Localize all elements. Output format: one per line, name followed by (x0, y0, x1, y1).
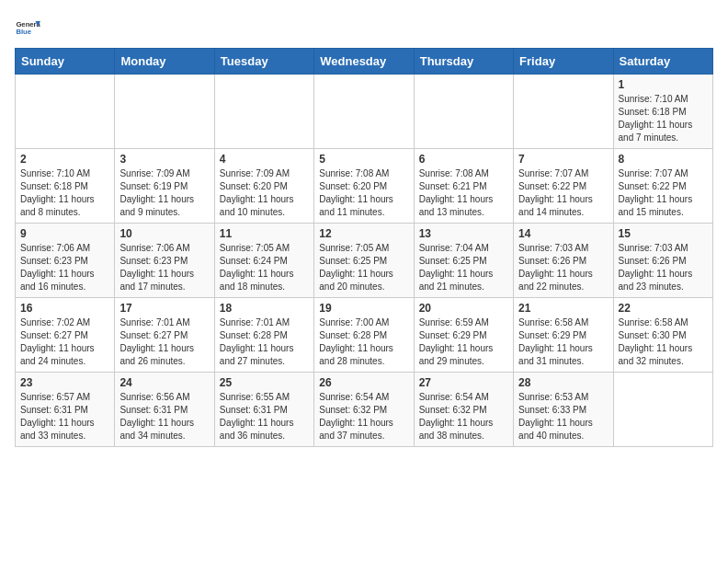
logo-icon: General Blue (15, 15, 40, 40)
day-info: Sunrise: 6:53 AM Sunset: 6:33 PM Dayligh… (518, 391, 608, 442)
calendar-cell: 14Sunrise: 7:03 AM Sunset: 6:26 PM Dayli… (514, 224, 613, 298)
calendar-cell: 24Sunrise: 6:56 AM Sunset: 6:31 PM Dayli… (115, 373, 214, 447)
calendar-cell: 7Sunrise: 7:07 AM Sunset: 6:22 PM Daylig… (514, 149, 613, 224)
calendar-week-2: 9Sunrise: 7:06 AM Sunset: 6:23 PM Daylig… (16, 224, 713, 298)
calendar-cell: 8Sunrise: 7:07 AM Sunset: 6:22 PM Daylig… (613, 149, 712, 224)
calendar-cell (115, 75, 214, 149)
day-info: Sunrise: 7:04 AM Sunset: 6:25 PM Dayligh… (419, 242, 508, 293)
calendar-week-4: 23Sunrise: 6:57 AM Sunset: 6:31 PM Dayli… (16, 373, 713, 447)
day-info: Sunrise: 7:06 AM Sunset: 6:23 PM Dayligh… (119, 242, 209, 293)
calendar-week-3: 16Sunrise: 7:02 AM Sunset: 6:27 PM Dayli… (16, 298, 713, 373)
calendar-cell: 16Sunrise: 7:02 AM Sunset: 6:27 PM Dayli… (16, 298, 115, 373)
calendar-cell (613, 373, 712, 447)
day-number: 6 (419, 153, 508, 166)
day-number: 8 (619, 153, 708, 166)
day-number: 28 (518, 376, 608, 389)
day-info: Sunrise: 7:00 AM Sunset: 6:28 PM Dayligh… (319, 316, 408, 368)
day-info: Sunrise: 7:10 AM Sunset: 6:18 PM Dayligh… (20, 167, 109, 219)
day-info: Sunrise: 7:02 AM Sunset: 6:27 PM Dayligh… (20, 316, 109, 368)
calendar-cell (314, 75, 414, 149)
calendar-cell: 5Sunrise: 7:08 AM Sunset: 6:20 PM Daylig… (314, 149, 414, 224)
calendar-week-0: 1Sunrise: 7:10 AM Sunset: 6:18 PM Daylig… (16, 75, 713, 149)
calendar-cell: 23Sunrise: 6:57 AM Sunset: 6:31 PM Dayli… (16, 373, 115, 447)
day-number: 24 (119, 376, 209, 389)
day-info: Sunrise: 7:06 AM Sunset: 6:23 PM Dayligh… (20, 242, 109, 293)
day-number: 16 (20, 302, 109, 315)
day-info: Sunrise: 7:08 AM Sunset: 6:21 PM Dayligh… (419, 167, 508, 219)
calendar-cell: 3Sunrise: 7:09 AM Sunset: 6:19 PM Daylig… (115, 149, 214, 224)
day-info: Sunrise: 7:05 AM Sunset: 6:24 PM Dayligh… (220, 242, 309, 293)
calendar-cell (16, 75, 115, 149)
day-info: Sunrise: 6:56 AM Sunset: 6:31 PM Dayligh… (119, 391, 209, 442)
calendar-cell: 18Sunrise: 7:01 AM Sunset: 6:28 PM Dayli… (214, 298, 313, 373)
col-header-thursday: Thursday (414, 49, 513, 75)
calendar-cell: 12Sunrise: 7:05 AM Sunset: 6:25 PM Dayli… (314, 224, 414, 298)
page-header: General Blue (15, 15, 713, 40)
day-number: 22 (619, 302, 708, 315)
calendar-cell (514, 75, 613, 149)
day-number: 10 (119, 227, 209, 240)
day-info: Sunrise: 6:57 AM Sunset: 6:31 PM Dayligh… (20, 391, 109, 442)
day-info: Sunrise: 7:09 AM Sunset: 6:19 PM Dayligh… (119, 167, 209, 219)
logo: General Blue (15, 15, 40, 40)
calendar-cell: 13Sunrise: 7:04 AM Sunset: 6:25 PM Dayli… (414, 224, 513, 298)
calendar-cell: 4Sunrise: 7:09 AM Sunset: 6:20 PM Daylig… (214, 149, 313, 224)
day-info: Sunrise: 7:09 AM Sunset: 6:20 PM Dayligh… (220, 167, 309, 219)
calendar-cell: 9Sunrise: 7:06 AM Sunset: 6:23 PM Daylig… (16, 224, 115, 298)
day-number: 11 (220, 227, 309, 240)
calendar-cell: 27Sunrise: 6:54 AM Sunset: 6:32 PM Dayli… (414, 373, 513, 447)
day-info: Sunrise: 7:07 AM Sunset: 6:22 PM Dayligh… (619, 167, 708, 219)
day-number: 19 (319, 302, 408, 315)
calendar-week-1: 2Sunrise: 7:10 AM Sunset: 6:18 PM Daylig… (16, 149, 713, 224)
calendar-cell: 17Sunrise: 7:01 AM Sunset: 6:27 PM Dayli… (115, 298, 214, 373)
col-header-tuesday: Tuesday (214, 49, 313, 75)
day-number: 20 (419, 302, 508, 315)
calendar-cell: 26Sunrise: 6:54 AM Sunset: 6:32 PM Dayli… (314, 373, 414, 447)
day-info: Sunrise: 6:59 AM Sunset: 6:29 PM Dayligh… (419, 316, 508, 368)
day-number: 17 (119, 302, 209, 315)
day-number: 1 (619, 78, 708, 91)
col-header-friday: Friday (514, 49, 613, 75)
day-number: 9 (20, 227, 109, 240)
calendar-cell (214, 75, 313, 149)
day-info: Sunrise: 7:03 AM Sunset: 6:26 PM Dayligh… (619, 242, 708, 293)
calendar-cell: 1Sunrise: 7:10 AM Sunset: 6:18 PM Daylig… (613, 75, 712, 149)
day-info: Sunrise: 7:05 AM Sunset: 6:25 PM Dayligh… (319, 242, 408, 293)
day-number: 14 (518, 227, 608, 240)
calendar-cell: 28Sunrise: 6:53 AM Sunset: 6:33 PM Dayli… (514, 373, 613, 447)
calendar-cell: 6Sunrise: 7:08 AM Sunset: 6:21 PM Daylig… (414, 149, 513, 224)
day-info: Sunrise: 7:08 AM Sunset: 6:20 PM Dayligh… (319, 167, 408, 219)
day-info: Sunrise: 6:55 AM Sunset: 6:31 PM Dayligh… (220, 391, 309, 442)
day-number: 27 (419, 376, 508, 389)
day-info: Sunrise: 6:54 AM Sunset: 6:32 PM Dayligh… (319, 391, 408, 442)
calendar-cell: 21Sunrise: 6:58 AM Sunset: 6:29 PM Dayli… (514, 298, 613, 373)
col-header-sunday: Sunday (16, 49, 115, 75)
day-number: 23 (20, 376, 109, 389)
day-number: 3 (119, 153, 209, 166)
calendar-cell: 2Sunrise: 7:10 AM Sunset: 6:18 PM Daylig… (16, 149, 115, 224)
calendar-cell: 22Sunrise: 6:58 AM Sunset: 6:30 PM Dayli… (613, 298, 712, 373)
svg-text:Blue: Blue (16, 28, 31, 36)
day-number: 21 (518, 302, 608, 315)
calendar-cell: 20Sunrise: 6:59 AM Sunset: 6:29 PM Dayli… (414, 298, 513, 373)
day-info: Sunrise: 6:54 AM Sunset: 6:32 PM Dayligh… (419, 391, 508, 442)
day-number: 12 (319, 227, 408, 240)
day-number: 5 (319, 153, 408, 166)
col-header-monday: Monday (115, 49, 214, 75)
calendar-cell: 25Sunrise: 6:55 AM Sunset: 6:31 PM Dayli… (214, 373, 313, 447)
day-info: Sunrise: 7:01 AM Sunset: 6:28 PM Dayligh… (220, 316, 309, 368)
day-number: 7 (518, 153, 608, 166)
col-header-saturday: Saturday (613, 49, 712, 75)
calendar-cell (414, 75, 513, 149)
calendar-table: SundayMondayTuesdayWednesdayThursdayFrid… (15, 48, 713, 447)
day-number: 2 (20, 153, 109, 166)
day-number: 25 (220, 376, 309, 389)
calendar-header-row: SundayMondayTuesdayWednesdayThursdayFrid… (16, 49, 713, 75)
day-number: 26 (319, 376, 408, 389)
day-info: Sunrise: 6:58 AM Sunset: 6:29 PM Dayligh… (518, 316, 608, 368)
day-info: Sunrise: 7:10 AM Sunset: 6:18 PM Dayligh… (619, 93, 708, 144)
day-info: Sunrise: 7:07 AM Sunset: 6:22 PM Dayligh… (518, 167, 608, 219)
calendar-cell: 11Sunrise: 7:05 AM Sunset: 6:24 PM Dayli… (214, 224, 313, 298)
day-info: Sunrise: 6:58 AM Sunset: 6:30 PM Dayligh… (619, 316, 708, 368)
day-number: 15 (619, 227, 708, 240)
